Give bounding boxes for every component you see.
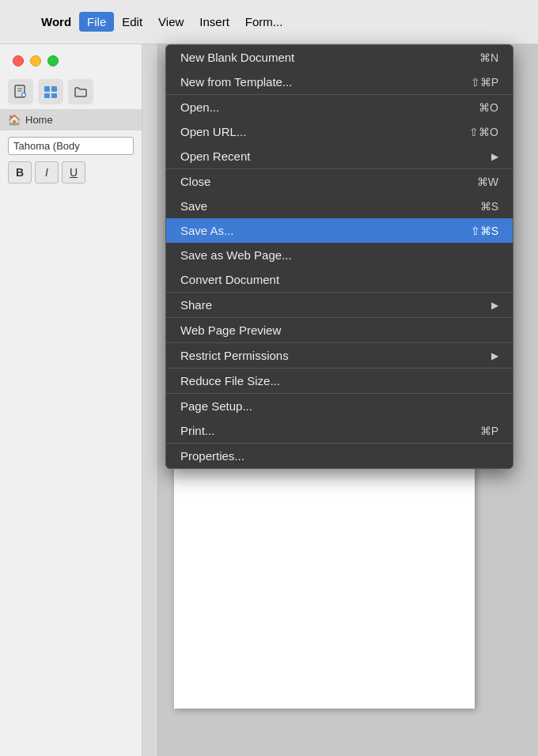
menu-item-new-blank[interactable]: New Blank Document⌘N	[166, 45, 513, 70]
menu-item-close[interactable]: Close⌘W	[166, 169, 513, 194]
menu-shortcut-close: ⌘W	[477, 176, 498, 188]
menu-shortcut-save: ⌘S	[480, 200, 498, 213]
menu-item-save-web[interactable]: Save as Web Page...	[166, 243, 513, 267]
menu-item-open-url[interactable]: Open URL...⇧⌘O	[166, 119, 513, 144]
menu-section-3: Share▶	[166, 292, 513, 317]
menu-label-open-recent: Open Recent	[180, 149, 491, 163]
menu-label-share: Share	[180, 298, 491, 312]
menu-shortcut-save-as: ⇧⌘S	[471, 225, 498, 237]
menu-label-new-blank: New Blank Document	[180, 51, 448, 64]
menu-section-7: Page Setup...Print...⌘P	[166, 393, 513, 443]
menu-label-save-as: Save As...	[180, 224, 439, 237]
menu-label-open-url: Open URL...	[180, 125, 438, 138]
menu-label-print: Print...	[180, 424, 449, 437]
menu-label-close: Close	[180, 175, 445, 188]
menu-label-open: Open...	[180, 100, 447, 114]
file-dropdown-menu: New Blank Document⌘NNew from Template...…	[165, 44, 513, 469]
menu-section-0: New Blank Document⌘NNew from Template...…	[166, 45, 513, 94]
menu-item-save[interactable]: Save⌘S	[166, 194, 513, 218]
menu-label-save: Save	[180, 199, 449, 213]
menu-section-6: Reduce File Size...	[166, 368, 513, 393]
menu-section-5: Restrict Permissions▶	[166, 342, 513, 368]
menu-label-web-preview: Web Page Preview	[180, 323, 498, 337]
menu-shortcut-print: ⌘P	[480, 425, 498, 437]
menu-label-save-web: Save as Web Page...	[180, 248, 498, 262]
menu-label-convert: Convert Document	[180, 273, 498, 286]
menu-label-page-setup: Page Setup...	[180, 399, 498, 413]
menu-label-restrict: Restrict Permissions	[180, 349, 491, 362]
submenu-arrow-restrict: ▶	[491, 350, 498, 361]
menu-section-2: Close⌘WSave⌘SSave As...⇧⌘SSave as Web Pa…	[166, 168, 513, 292]
menu-item-open[interactable]: Open...⌘O	[166, 95, 513, 119]
menu-shortcut-new-blank: ⌘N	[479, 51, 498, 64]
submenu-arrow-open-recent: ▶	[491, 151, 498, 162]
menu-item-open-recent[interactable]: Open Recent▶	[166, 144, 513, 168]
menu-label-properties: Properties...	[180, 449, 498, 463]
menu-item-page-setup[interactable]: Page Setup...	[166, 394, 513, 418]
menu-item-reduce[interactable]: Reduce File Size...	[166, 369, 513, 393]
menu-item-web-preview[interactable]: Web Page Preview	[166, 318, 513, 342]
menu-section-1: Open...⌘OOpen URL...⇧⌘OOpen Recent▶	[166, 94, 513, 168]
menu-label-new-template: New from Template...	[180, 75, 439, 89]
menu-item-restrict[interactable]: Restrict Permissions▶	[166, 343, 513, 368]
menu-section-4: Web Page Preview	[166, 317, 513, 342]
menu-shortcut-new-template: ⇧⌘P	[471, 76, 498, 89]
dropdown-overlay: New Blank Document⌘NNew from Template...…	[0, 0, 538, 756]
menu-item-convert[interactable]: Convert Document	[166, 267, 513, 292]
menu-item-share[interactable]: Share▶	[166, 293, 513, 317]
submenu-arrow-share: ▶	[491, 300, 498, 311]
menu-shortcut-open-url: ⇧⌘O	[469, 126, 498, 138]
menu-item-properties[interactable]: Properties...	[166, 444, 513, 468]
menu-item-new-template[interactable]: New from Template...⇧⌘P	[166, 70, 513, 94]
menu-shortcut-open: ⌘O	[479, 101, 498, 114]
menu-item-print[interactable]: Print...⌘P	[166, 418, 513, 443]
menu-section-8: Properties...	[166, 443, 513, 468]
menu-label-reduce: Reduce File Size...	[180, 374, 498, 387]
menu-item-save-as[interactable]: Save As...⇧⌘S	[166, 218, 513, 243]
